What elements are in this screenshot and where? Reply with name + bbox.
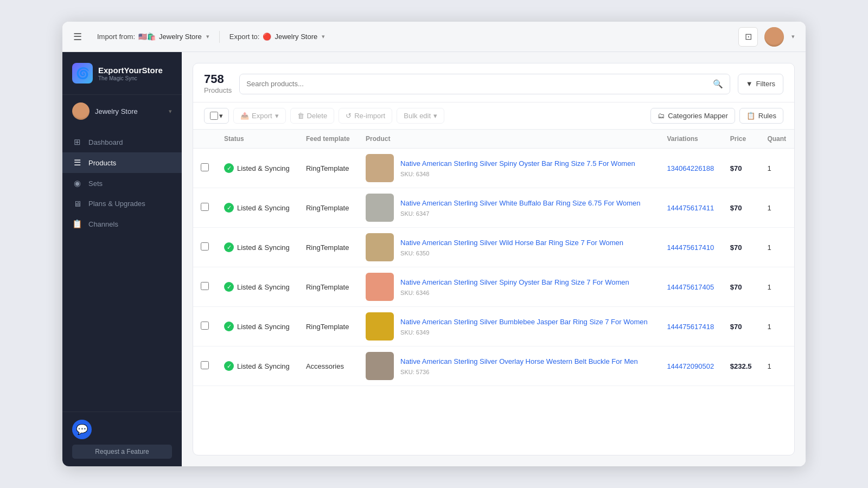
reimport-button[interactable]: ↺ Re-import (339, 108, 392, 124)
row-variations: 134064226188 (659, 149, 722, 188)
row-price: $70 (723, 267, 760, 307)
table-row: ✓ Listed & Syncing RingTemplate Native A… (193, 307, 794, 346)
export-button[interactable]: 📤 Export ▾ (233, 108, 286, 124)
row-product: Native American Sterling Silver White Bu… (358, 188, 659, 228)
filter-button[interactable]: ▼ Filters (738, 74, 783, 94)
product-title[interactable]: Native American Sterling Silver Overlay … (400, 357, 652, 367)
row-quantity: 1 (760, 149, 794, 188)
search-icon: 🔍 (713, 79, 723, 89)
row-variations: 144475617418 (659, 307, 722, 346)
row-checkbox-0[interactable] (201, 163, 209, 171)
topbar-icon-button[interactable]: ⊡ (738, 27, 758, 47)
variations-link[interactable]: 144475617410 (667, 243, 714, 252)
sidebar-item-products[interactable]: ☰ Products (62, 152, 182, 173)
row-quantity: 1 (760, 346, 794, 386)
chat-button[interactable]: 💬 (72, 420, 92, 439)
sidebar: 🌀 ExportYourStore The Magic Sync Jewelry… (62, 52, 182, 466)
status-label: Listed & Syncing (237, 323, 290, 331)
export-chevron-icon: ▾ (322, 33, 325, 40)
sidebar-nav: ⊞ Dashboard ☰ Products ◉ Sets 🖥 Plans & … (62, 127, 182, 412)
rules-icon: 📋 (746, 112, 755, 120)
select-all-checkbox[interactable] (210, 112, 218, 120)
brand-text: ExportYourStore The Magic Sync (98, 66, 172, 81)
feature-request-button[interactable]: Request a Feature (72, 445, 172, 459)
row-checkbox-cell (193, 188, 216, 228)
top-bar: ☰ Import from: 🇺🇸🛍️ Jewelry Store ▾ Expo… (62, 22, 806, 52)
user-avatar[interactable] (764, 27, 784, 47)
export-to-section[interactable]: Export to: 🔴 Jewelry Store ▾ (224, 30, 330, 43)
panel-header: 758 Products 🔍 ▼ Filters (193, 63, 794, 102)
row-checkbox-4[interactable] (201, 322, 209, 330)
product-price: $70 (730, 283, 742, 291)
status-dot-icon: ✓ (224, 282, 234, 292)
products-count-number: 758 (204, 73, 232, 85)
bulk-edit-button[interactable]: Bulk edit ▾ (397, 108, 444, 124)
sidebar-item-dashboard[interactable]: ⊞ Dashboard (62, 132, 182, 152)
product-info: Native American Sterling Silver Spiny Oy… (400, 278, 652, 296)
row-variations: 144475617411 (659, 188, 722, 228)
search-input[interactable] (246, 80, 708, 88)
row-status: ✓ Listed & Syncing (216, 267, 298, 307)
sidebar-user[interactable]: Jewelry Store ▾ (62, 95, 182, 127)
export-label: Export to: (229, 33, 260, 41)
product-title[interactable]: Native American Sterling Silver Wild Hor… (400, 238, 652, 248)
row-checkbox-5[interactable] (201, 361, 209, 369)
delete-button[interactable]: 🗑 Delete (290, 108, 335, 124)
product-quantity: 1 (767, 323, 771, 331)
row-status: ✓ Listed & Syncing (216, 188, 298, 228)
row-feed-template: RingTemplate (298, 267, 358, 307)
topbar-divider (219, 31, 220, 43)
product-title[interactable]: Native American Sterling Silver Bumblebe… (400, 317, 652, 327)
hamburger-icon[interactable]: ☰ (73, 31, 82, 43)
select-all-button[interactable]: ▾ (204, 108, 229, 124)
products-count: 758 Products (204, 73, 232, 94)
sidebar-footer: 💬 Request a Feature (62, 412, 182, 466)
sidebar-user-chevron-icon: ▾ (169, 108, 172, 115)
products-table: Status Feed template Product Variations … (193, 130, 794, 386)
export-flag: 🔴 (263, 33, 271, 41)
variations-link[interactable]: 144475617405 (667, 283, 714, 291)
row-checkbox-2[interactable] (201, 242, 209, 251)
products-icon: ☰ (72, 158, 82, 168)
variations-link[interactable]: 144475617411 (667, 204, 714, 212)
row-checkbox-1[interactable] (201, 203, 209, 211)
product-sku: SKU: 6347 (400, 210, 652, 217)
logo-symbol: 🌀 (76, 67, 90, 80)
sidebar-avatar (72, 102, 90, 120)
row-checkbox-3[interactable] (201, 282, 209, 290)
avatar-chevron-icon[interactable]: ▾ (792, 33, 795, 40)
product-title[interactable]: Native American Sterling Silver White Bu… (400, 198, 652, 208)
row-checkbox-cell (193, 307, 216, 346)
avatar-image (764, 27, 784, 47)
product-quantity: 1 (767, 204, 771, 212)
rules-button[interactable]: 📋 Rules (739, 108, 783, 124)
sidebar-brand: 🌀 ExportYourStore The Magic Sync (62, 52, 182, 95)
export-store-name: Jewelry Store (275, 33, 317, 41)
rules-label: Rules (758, 112, 776, 120)
sidebar-item-sets[interactable]: ◉ Sets (62, 173, 182, 194)
table-row: ✓ Listed & Syncing RingTemplate Native A… (193, 188, 794, 228)
import-from-section[interactable]: Import from: 🇺🇸🛍️ Jewelry Store ▾ (92, 30, 215, 43)
product-title[interactable]: Native American Sterling Silver Spiny Oy… (400, 278, 652, 287)
product-title[interactable]: Native American Sterling Silver Spiny Oy… (400, 159, 652, 169)
product-sku: SKU: 6346 (400, 290, 652, 296)
status-dot-icon: ✓ (224, 203, 234, 213)
sidebar-item-plans[interactable]: 🖥 Plans & Upgrades (62, 194, 182, 214)
table-row: ✓ Listed & Syncing RingTemplate Native A… (193, 149, 794, 188)
product-sku: SKU: 5736 (400, 369, 652, 375)
variations-link[interactable]: 144475617418 (667, 323, 714, 331)
product-price: $70 (730, 243, 742, 252)
status-dot-icon: ✓ (224, 163, 234, 173)
variations-link[interactable]: 144472090502 (667, 362, 714, 370)
th-status: Status (216, 130, 298, 149)
product-quantity: 1 (767, 243, 771, 252)
status-dot-icon: ✓ (224, 361, 234, 371)
row-checkbox-cell (193, 149, 216, 188)
main-layout: 🌀 ExportYourStore The Magic Sync Jewelry… (62, 52, 806, 466)
import-store-name: Jewelry Store (159, 33, 202, 41)
categories-mapper-button[interactable]: 🗂 Categories Mapper (650, 108, 735, 124)
variations-link[interactable]: 134064226188 (667, 164, 714, 172)
sidebar-item-channels[interactable]: 📋 Channels (62, 214, 182, 234)
sidebar-user-name: Jewelry Store (95, 107, 163, 115)
row-checkbox-cell (193, 228, 216, 267)
